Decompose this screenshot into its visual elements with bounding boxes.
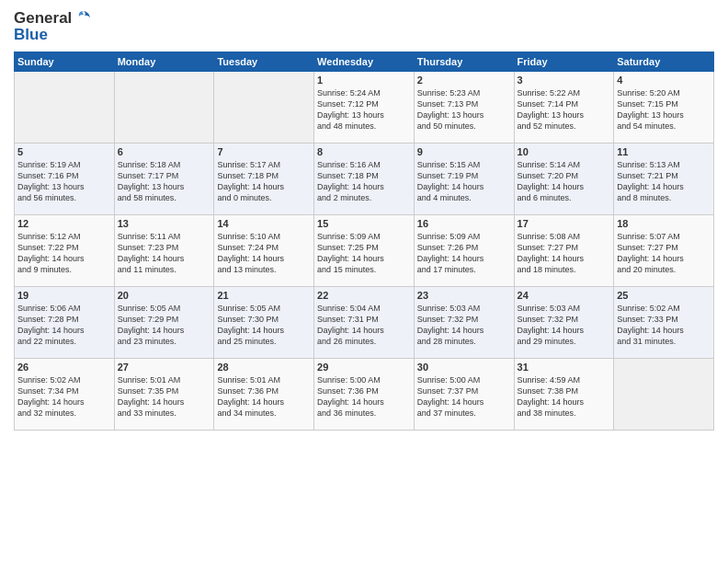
week-row-5: 26Sunrise: 5:02 AM Sunset: 7:34 PM Dayli… (15, 359, 714, 431)
day-number: 19 (17, 290, 111, 301)
day-number: 29 (317, 362, 411, 373)
day-cell: 19Sunrise: 5:06 AM Sunset: 7:28 PM Dayli… (15, 287, 115, 359)
day-number: 1 (317, 75, 411, 86)
day-cell: 27Sunrise: 5:01 AM Sunset: 7:35 PM Dayli… (114, 359, 214, 431)
weekday-header-wednesday: Wednesday (314, 52, 415, 72)
day-number: 26 (17, 362, 111, 373)
day-cell: 24Sunrise: 5:03 AM Sunset: 7:32 PM Dayli… (514, 287, 614, 359)
weekday-header-sunday: Sunday (15, 52, 115, 72)
day-cell: 8Sunrise: 5:16 AM Sunset: 7:18 PM Daylig… (314, 144, 415, 215)
day-info: Sunrise: 5:09 AM Sunset: 7:25 PM Dayligh… (317, 231, 411, 276)
day-cell: 22Sunrise: 5:04 AM Sunset: 7:31 PM Dayli… (314, 287, 415, 359)
day-number: 21 (217, 290, 311, 301)
logo: General Blue (14, 9, 92, 44)
day-number: 8 (317, 146, 411, 157)
day-number: 20 (118, 290, 211, 301)
day-cell: 26Sunrise: 5:02 AM Sunset: 7:34 PM Dayli… (15, 359, 115, 431)
weekday-header-friday: Friday (514, 52, 614, 72)
weekday-header-tuesday: Tuesday (214, 52, 314, 72)
day-cell: 13Sunrise: 5:11 AM Sunset: 7:23 PM Dayli… (114, 215, 214, 287)
day-info: Sunrise: 5:01 AM Sunset: 7:36 PM Dayligh… (217, 374, 311, 419)
day-cell: 31Sunrise: 4:59 AM Sunset: 7:38 PM Dayli… (514, 359, 614, 431)
day-number: 18 (617, 218, 711, 229)
day-cell: 9Sunrise: 5:15 AM Sunset: 7:19 PM Daylig… (414, 144, 514, 215)
day-cell: 10Sunrise: 5:14 AM Sunset: 7:20 PM Dayli… (514, 144, 614, 215)
day-cell (214, 72, 314, 144)
day-number: 15 (317, 218, 411, 229)
day-number: 9 (417, 146, 511, 157)
weekday-header-row: SundayMondayTuesdayWednesdayThursdayFrid… (15, 52, 714, 72)
day-number: 25 (617, 290, 711, 301)
day-cell: 23Sunrise: 5:03 AM Sunset: 7:32 PM Dayli… (414, 287, 514, 359)
day-info: Sunrise: 5:03 AM Sunset: 7:32 PM Dayligh… (518, 303, 611, 348)
day-cell: 17Sunrise: 5:08 AM Sunset: 7:27 PM Dayli… (514, 215, 614, 287)
day-info: Sunrise: 5:24 AM Sunset: 7:12 PM Dayligh… (317, 87, 411, 132)
day-info: Sunrise: 4:59 AM Sunset: 7:38 PM Dayligh… (518, 374, 611, 419)
day-info: Sunrise: 5:02 AM Sunset: 7:34 PM Dayligh… (17, 374, 111, 419)
day-cell: 16Sunrise: 5:09 AM Sunset: 7:26 PM Dayli… (414, 215, 514, 287)
weekday-header-monday: Monday (114, 52, 214, 72)
day-cell: 3Sunrise: 5:22 AM Sunset: 7:14 PM Daylig… (514, 72, 614, 144)
calendar-table: SundayMondayTuesdayWednesdayThursdayFrid… (14, 52, 714, 431)
week-row-3: 12Sunrise: 5:12 AM Sunset: 7:22 PM Dayli… (15, 215, 714, 287)
weekday-header-saturday: Saturday (614, 52, 714, 72)
day-number: 14 (217, 218, 311, 229)
day-cell (114, 72, 214, 144)
day-number: 27 (118, 362, 211, 373)
day-number: 23 (417, 290, 511, 301)
day-number: 30 (417, 362, 511, 373)
day-number: 10 (518, 146, 611, 157)
day-info: Sunrise: 5:11 AM Sunset: 7:23 PM Dayligh… (118, 231, 211, 276)
header: General Blue (14, 9, 714, 44)
day-number: 11 (617, 146, 711, 157)
day-info: Sunrise: 5:22 AM Sunset: 7:14 PM Dayligh… (518, 87, 611, 132)
day-info: Sunrise: 5:02 AM Sunset: 7:33 PM Dayligh… (617, 303, 711, 348)
week-row-1: 1Sunrise: 5:24 AM Sunset: 7:12 PM Daylig… (15, 72, 714, 144)
day-cell (614, 359, 714, 431)
day-info: Sunrise: 5:05 AM Sunset: 7:29 PM Dayligh… (118, 303, 211, 348)
day-info: Sunrise: 5:06 AM Sunset: 7:28 PM Dayligh… (17, 303, 111, 348)
day-number: 28 (217, 362, 311, 373)
day-cell: 5Sunrise: 5:19 AM Sunset: 7:16 PM Daylig… (15, 144, 115, 215)
day-info: Sunrise: 5:16 AM Sunset: 7:18 PM Dayligh… (317, 159, 411, 204)
day-info: Sunrise: 5:03 AM Sunset: 7:32 PM Dayligh… (417, 303, 511, 348)
day-number: 24 (518, 290, 611, 301)
day-number: 22 (317, 290, 411, 301)
week-row-4: 19Sunrise: 5:06 AM Sunset: 7:28 PM Dayli… (15, 287, 714, 359)
day-cell: 18Sunrise: 5:07 AM Sunset: 7:27 PM Dayli… (614, 215, 714, 287)
day-cell: 25Sunrise: 5:02 AM Sunset: 7:33 PM Dayli… (614, 287, 714, 359)
day-number: 2 (417, 75, 511, 86)
day-cell: 2Sunrise: 5:23 AM Sunset: 7:13 PM Daylig… (414, 72, 514, 144)
day-number: 7 (217, 146, 311, 157)
day-info: Sunrise: 5:15 AM Sunset: 7:19 PM Dayligh… (417, 159, 511, 204)
day-info: Sunrise: 5:18 AM Sunset: 7:17 PM Dayligh… (118, 159, 211, 204)
day-info: Sunrise: 5:09 AM Sunset: 7:26 PM Dayligh… (417, 231, 511, 276)
day-info: Sunrise: 5:00 AM Sunset: 7:36 PM Dayligh… (317, 374, 411, 419)
day-info: Sunrise: 5:20 AM Sunset: 7:15 PM Dayligh… (617, 87, 711, 132)
day-info: Sunrise: 5:14 AM Sunset: 7:20 PM Dayligh… (518, 159, 611, 204)
day-cell: 29Sunrise: 5:00 AM Sunset: 7:36 PM Dayli… (314, 359, 415, 431)
day-number: 3 (518, 75, 611, 86)
day-number: 4 (617, 75, 711, 86)
day-cell: 21Sunrise: 5:05 AM Sunset: 7:30 PM Dayli… (214, 287, 314, 359)
day-number: 12 (17, 218, 111, 229)
day-cell: 14Sunrise: 5:10 AM Sunset: 7:24 PM Dayli… (214, 215, 314, 287)
day-cell: 6Sunrise: 5:18 AM Sunset: 7:17 PM Daylig… (114, 144, 214, 215)
day-cell: 4Sunrise: 5:20 AM Sunset: 7:15 PM Daylig… (614, 72, 714, 144)
day-info: Sunrise: 5:17 AM Sunset: 7:18 PM Dayligh… (217, 159, 311, 204)
day-number: 13 (118, 218, 211, 229)
day-info: Sunrise: 5:07 AM Sunset: 7:27 PM Dayligh… (617, 231, 711, 276)
day-info: Sunrise: 5:10 AM Sunset: 7:24 PM Dayligh… (217, 231, 311, 276)
day-cell: 12Sunrise: 5:12 AM Sunset: 7:22 PM Dayli… (15, 215, 115, 287)
day-cell: 28Sunrise: 5:01 AM Sunset: 7:36 PM Dayli… (214, 359, 314, 431)
day-info: Sunrise: 5:00 AM Sunset: 7:37 PM Dayligh… (417, 374, 511, 419)
day-info: Sunrise: 5:01 AM Sunset: 7:35 PM Dayligh… (118, 374, 211, 419)
logo-bird-icon (74, 9, 92, 28)
day-info: Sunrise: 5:12 AM Sunset: 7:22 PM Dayligh… (17, 231, 111, 276)
day-cell: 30Sunrise: 5:00 AM Sunset: 7:37 PM Dayli… (414, 359, 514, 431)
day-number: 17 (518, 218, 611, 229)
day-cell: 11Sunrise: 5:13 AM Sunset: 7:21 PM Dayli… (614, 144, 714, 215)
calendar-page: General Blue SundayMondayTuesdayWednesda… (0, 0, 728, 563)
day-number: 6 (118, 146, 211, 157)
day-cell: 1Sunrise: 5:24 AM Sunset: 7:12 PM Daylig… (314, 72, 415, 144)
